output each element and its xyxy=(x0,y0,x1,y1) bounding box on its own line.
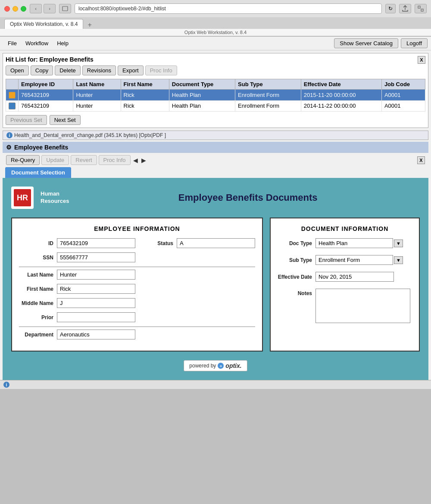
file-info-bar: i Health_and_Dental_enroll_change.pdf (3… xyxy=(3,131,428,140)
url-bar[interactable]: localhost:8080/optixweb8-2/#db_hitlist xyxy=(75,3,382,14)
copy-button[interactable]: Copy xyxy=(31,65,53,75)
col-eff-date: Effective Date xyxy=(301,79,381,90)
middle-name-label: Middle Name xyxy=(19,300,53,306)
traffic-lights xyxy=(4,6,26,12)
fullscreen-button[interactable] xyxy=(415,4,427,13)
revert-button: Revert xyxy=(71,155,97,165)
form-header: HR HumanResources Employee Benefits Docu… xyxy=(11,187,420,209)
proc-info-button: Proc Info xyxy=(145,65,177,75)
menu-help[interactable]: Help xyxy=(53,39,73,48)
col-icon xyxy=(6,79,19,90)
id-input[interactable] xyxy=(57,238,135,248)
next-set-button[interactable]: Next Set xyxy=(50,115,81,125)
delete-button[interactable]: Delete xyxy=(55,65,81,75)
employee-info-title: EMPLOYEE INFORMATION xyxy=(19,225,255,232)
prior-label: Prior xyxy=(19,314,53,320)
notes-field-row: Notes xyxy=(278,289,412,323)
re-query-button[interactable]: Re-Query xyxy=(6,155,40,165)
table-row[interactable]: 765432109 Hunter Rick Health Plan Enroll… xyxy=(6,100,425,112)
sub-type-select-wrapper: Enrollment Form ▼ xyxy=(315,255,403,265)
ssn-input[interactable] xyxy=(57,252,135,262)
doc-type-field-row: Doc Type Health Plan ▼ xyxy=(278,238,412,248)
update-button: Update xyxy=(41,155,69,165)
last-name-label: Last Name xyxy=(19,272,53,278)
notes-label: Notes xyxy=(278,290,312,296)
prev-record-button[interactable]: ◀ xyxy=(132,156,139,165)
doc-info-title: DOCUMENT INFORMATION xyxy=(278,225,412,232)
eff-date-field-row: Effective Date xyxy=(278,272,412,282)
ssn-field-row: SSN xyxy=(19,252,255,262)
optix-brand: optix. xyxy=(225,362,241,369)
hr-logo: HR xyxy=(11,187,34,209)
menu-workflow[interactable]: Workflow xyxy=(21,39,53,48)
hitlist-toolbar: Open Copy Delete Revisions Export Proc I… xyxy=(6,65,425,75)
doc-info-box: DOCUMENT INFORMATION Doc Type Health Pla… xyxy=(270,218,420,352)
prior-field-row: Prior xyxy=(19,312,255,322)
last-name-input[interactable] xyxy=(57,270,135,280)
app-subtitle: Optix Web Workstation, v. 8.4 xyxy=(0,29,431,36)
department-label: Department xyxy=(19,332,53,338)
action-bar: Re-Query Update Revert Proc Info ◀ ▶ X xyxy=(3,153,428,167)
notes-textarea[interactable] xyxy=(315,289,410,323)
status-info-icon: i xyxy=(3,382,9,388)
proc-info-action-button: Proc Info xyxy=(99,155,131,165)
middle-name-field-row: Middle Name xyxy=(19,298,255,308)
status-bar: i xyxy=(0,380,431,389)
tab-bar: Optix Web Workstation, v. 8.4 + xyxy=(0,17,431,29)
sub-type-select[interactable]: Enrollment Form xyxy=(315,255,393,265)
forms-row: EMPLOYEE INFORMATION ID Status SSN Last … xyxy=(11,218,420,352)
middle-name-input[interactable] xyxy=(57,298,135,308)
minimize-window-button[interactable] xyxy=(12,6,18,12)
col-employee-id: Employee ID xyxy=(19,79,73,90)
maximize-window-button[interactable] xyxy=(21,6,26,12)
hr-logo-inner: HR xyxy=(14,189,31,206)
row-icon-2 xyxy=(9,103,16,109)
row-icon-1 xyxy=(9,92,16,99)
first-name-input[interactable] xyxy=(57,284,135,294)
hitlist-close-button[interactable]: X xyxy=(418,56,425,64)
ssn-label: SSN xyxy=(19,255,53,261)
share-button[interactable] xyxy=(399,4,411,13)
show-server-catalog-button[interactable]: Show Server Catalog xyxy=(334,38,398,48)
field-divider-2 xyxy=(19,327,255,327)
status-input[interactable] xyxy=(177,238,255,248)
prior-input[interactable] xyxy=(57,312,135,322)
browser-tab[interactable]: Optix Web Workstation, v. 8.4 xyxy=(4,19,83,29)
field-divider-1 xyxy=(19,267,255,267)
section-close-button[interactable]: X xyxy=(417,156,425,164)
open-button[interactable]: Open xyxy=(6,65,29,75)
table-row[interactable]: 765432109 Hunter Rick Health Plan Enroll… xyxy=(6,90,425,101)
new-tab-button[interactable]: + xyxy=(85,21,94,29)
col-sub-type: Sub Type xyxy=(235,79,301,90)
sub-type-dropdown-arrow[interactable]: ▼ xyxy=(394,256,403,264)
eff-date-label: Effective Date xyxy=(278,274,312,280)
back-button[interactable]: ‹ xyxy=(30,4,42,13)
sub-type-label: Sub Type xyxy=(278,257,312,263)
doc-type-label: Doc Type xyxy=(278,240,312,246)
hitlist-table: Employee ID Last Name First Name Documen… xyxy=(6,79,425,112)
department-field-row: Department xyxy=(19,330,255,339)
revisions-button[interactable]: Revisions xyxy=(82,65,116,75)
department-input[interactable] xyxy=(57,330,135,339)
optix-dot-icon: o xyxy=(218,363,224,369)
document-selection-tab[interactable]: Document Selection xyxy=(5,167,71,178)
form-title: Employee Benefits Documents xyxy=(76,192,420,203)
close-window-button[interactable] xyxy=(4,6,10,12)
first-name-field-row: First Name xyxy=(19,284,255,294)
col-first-name: First Name xyxy=(121,79,169,90)
eff-date-input[interactable] xyxy=(315,272,394,282)
doc-type-dropdown-arrow[interactable]: ▼ xyxy=(394,240,403,247)
tab-area: Document Selection xyxy=(3,167,428,178)
form-area: HR HumanResources Employee Benefits Docu… xyxy=(3,178,428,380)
window-toggle-button[interactable] xyxy=(59,4,71,13)
previous-set-button[interactable]: Previous Set xyxy=(6,115,47,125)
export-button[interactable]: Export xyxy=(118,65,144,75)
col-job-code: Job Code xyxy=(381,79,425,90)
next-record-button[interactable]: ▶ xyxy=(141,156,147,165)
svg-rect-1 xyxy=(418,6,420,8)
menu-file[interactable]: File xyxy=(3,39,21,48)
logoff-button[interactable]: Logoff xyxy=(401,38,428,48)
refresh-button[interactable]: ↻ xyxy=(385,4,396,13)
forward-button[interactable]: › xyxy=(44,4,56,13)
doc-type-select[interactable]: Health Plan xyxy=(315,238,393,248)
